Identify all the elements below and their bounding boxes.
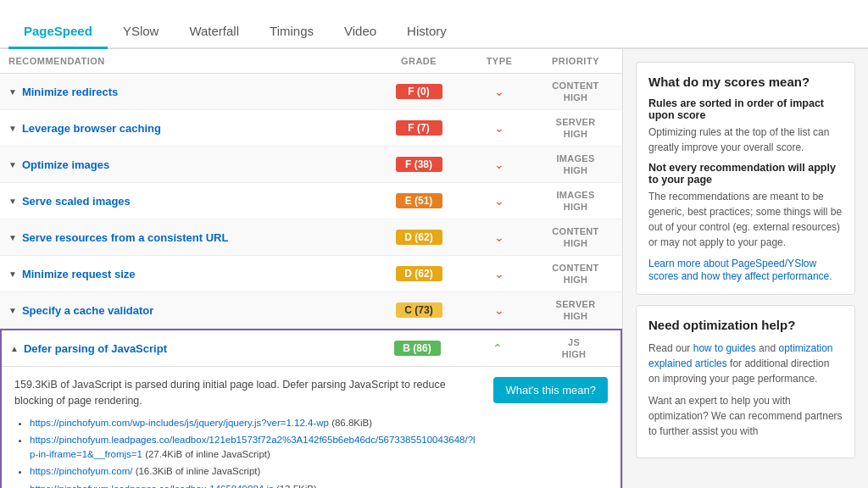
expand-arrow: ▼ [8,233,17,242]
grade-badge: D (62) [396,230,442,245]
chevron-icon: ⌄ [461,267,537,280]
list-item: https://pinchofyum.leadpages.co/leadbox/… [30,433,476,463]
expanded-links: https://pinchofyum.com/wp-includes/js/jq… [14,416,476,489]
rec-title[interactable]: ▼ Optimize images [8,158,376,171]
col-priority: PRIORITY [537,56,614,66]
chevron-icon: ⌄ [461,303,537,317]
js-link[interactable]: https://pinchofyum.com/ [30,466,132,476]
type-text: CONTENT [552,263,598,273]
expand-arrow: ▼ [8,197,17,206]
whats-mean-button[interactable]: What's this mean? [493,377,608,403]
scores-box-title: What do my scores mean? [648,75,843,89]
priority-text: HIGH [564,202,588,212]
grade-badge: C (73) [396,302,442,318]
collapse-arrow: ▲ [10,344,19,353]
expand-arrow: ▼ [8,306,17,315]
type-text: SERVER [556,299,596,309]
table-row: ▼ Serve scaled images E (51) ⌄ IMAGES HI… [0,183,622,219]
list-item: https://pinchofyum.com/ (16.3KiB of inli… [30,464,476,479]
expanded-description: 159.3KiB of JavaScript is parsed during … [14,377,476,488]
rec-title[interactable]: ▼ Specify a cache validator [8,304,376,317]
help-text-1: Read our how to guides and optimization … [648,341,843,386]
list-item: https://pinchofyum.com/wp-includes/js/jq… [30,416,476,430]
tab-yslow[interactable]: YSlow [108,15,175,49]
type-text: JS [568,337,580,347]
tab-timings[interactable]: Timings [254,15,329,49]
tab-history[interactable]: History [392,15,462,49]
table-row: ▼ Minimize redirects F (0) ⌄ CONTENT HIG… [0,74,622,110]
priority-text: HIGH [564,238,588,248]
table-header: RECOMMENDATION GRADE TYPE PRIORITY [0,49,622,74]
chevron-icon: ⌄ [461,85,537,98]
scores-learn-more-link[interactable]: Learn more about PageSpeed/YSlow scores … [648,258,832,282]
expanded-body: 159.3KiB of JavaScript is parsed during … [2,367,620,488]
chevron-icon: ⌄ [461,230,537,244]
rec-title[interactable]: ▲ Defer parsing of JavaScript [10,342,375,355]
col-grade: GRADE [376,56,461,66]
expand-arrow: ▼ [8,124,17,133]
grade-badge: F (38) [396,157,442,172]
table-row: ▼ Serve resources from a consistent URL … [0,219,622,256]
table-row: ▼ Optimize images F (38) ⌄ IMAGES HIGH [0,147,622,183]
table-row: ▼ Leverage browser caching F (7) ⌄ SERVE… [0,110,622,147]
chevron-icon: ⌄ [461,158,537,171]
rec-title[interactable]: ▼ Serve resources from a consistent URL [8,231,376,244]
js-link[interactable]: https://pinchofyum.com/wp-includes/js/jq… [30,418,329,428]
priority-text: HIGH [564,311,588,321]
rec-title[interactable]: ▼ Serve scaled images [8,195,376,208]
col-recommendation: RECOMMENDATION [8,56,376,66]
scores-info-box: What do my scores mean? Rules are sorted… [636,62,855,295]
table-row: ▼ Specify a cache validator C (73) ⌄ SER… [0,292,622,329]
rec-title[interactable]: ▼ Minimize redirects [8,86,376,98]
grade-badge: F (7) [396,120,442,136]
tab-video[interactable]: Video [329,15,392,49]
right-panel: What do my scores mean? Rules are sorted… [622,49,868,488]
list-item: https://pinchofyum.leadpages.co/leadbox-… [30,482,476,489]
priority-text: HIGH [562,349,587,359]
chevron-icon: ⌄ [461,121,537,135]
priority-text: HIGH [564,165,588,175]
rule1-text: Optimizing rules at the top of the list … [648,125,843,155]
tab-waterfall[interactable]: Waterfall [174,15,254,49]
help-text-2: Want an expert to help you with optimiza… [648,393,843,439]
rule1-title: Rules are sorted in order of impact upon… [648,97,843,121]
type-text: CONTENT [552,226,598,236]
rec-title[interactable]: ▼ Leverage browser caching [8,122,376,135]
left-panel: RECOMMENDATION GRADE TYPE PRIORITY ▼ Min… [0,49,622,488]
js-link[interactable]: https://pinchofyum.leadpages.co/leadbox/… [30,435,476,459]
rule2-text: The recommendations are meant to be gene… [648,189,843,250]
rule2-title: Not every recommendation will apply to y… [648,162,843,186]
grade-badge: D (62) [396,266,442,281]
tabs-bar: PageSpeed YSlow Waterfall Timings Video … [0,0,868,49]
chevron-icon: ⌄ [461,194,537,208]
priority-text: HIGH [564,129,588,139]
grade-badge: F (0) [396,84,442,99]
how-to-guides-link[interactable]: how to guides [693,342,756,354]
chevron-up-icon: ⌃ [459,341,536,355]
type-text: IMAGES [556,153,594,164]
grade-badge: B (86) [394,341,441,356]
expand-arrow: ▼ [8,269,17,279]
grade-badge: E (51) [396,193,442,208]
type-text: IMAGES [556,190,594,200]
expanded-row: ▲ Defer parsing of JavaScript B (86) ⌃ J… [0,329,622,488]
col-type: TYPE [461,56,537,66]
rec-title[interactable]: ▼ Minimize request size [8,268,376,280]
expand-arrow: ▼ [8,87,17,97]
priority-text: HIGH [564,274,588,285]
tab-pagespeed[interactable]: PageSpeed [8,15,108,49]
type-text: SERVER [556,117,596,127]
help-box-title: Need optimization help? [648,318,843,332]
expanded-header: ▲ Defer parsing of JavaScript B (86) ⌃ J… [2,330,620,367]
expand-arrow: ▼ [8,160,17,169]
type-text: CONTENT [552,80,598,91]
js-link[interactable]: https://pinchofyum.leadpages.co/leadbox-… [30,484,274,489]
priority-text: HIGH [564,92,588,103]
help-info-box: Need optimization help? Read our how to … [636,305,855,458]
table-row: ▼ Minimize request size D (62) ⌄ CONTENT… [0,256,622,292]
main-layout: RECOMMENDATION GRADE TYPE PRIORITY ▼ Min… [0,49,868,488]
